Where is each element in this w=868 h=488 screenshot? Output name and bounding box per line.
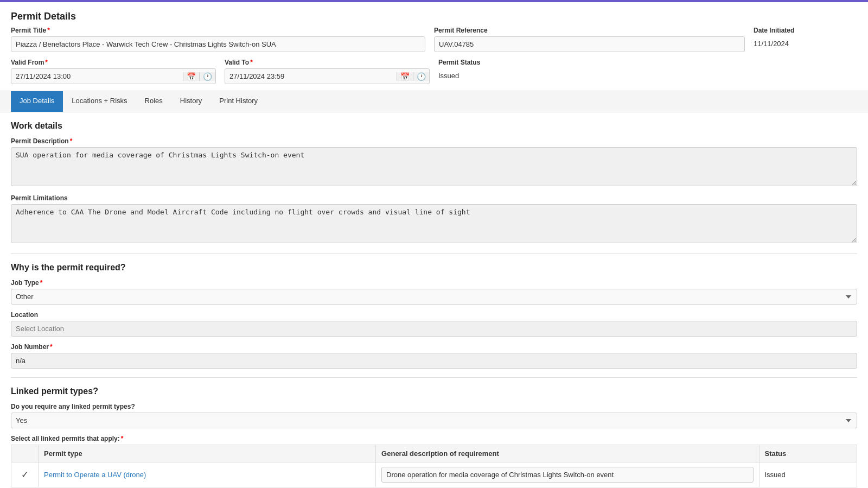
valid-to-input-wrapper: 📅 🕐 — [225, 68, 430, 84]
location-label: Location — [11, 311, 857, 319]
linked-permits-section-title: Linked permit types? — [11, 386, 857, 396]
valid-to-label: Valid To* — [225, 59, 430, 66]
section-divider-1 — [11, 253, 857, 254]
valid-to-calendar-icon[interactable]: 📅 — [397, 72, 413, 81]
table-row: ✓ Permit to Operate a UAV (drone) Issued — [11, 462, 857, 487]
permit-title-row: Permit Title* Permit Reference Date Init… — [11, 27, 857, 52]
col-header-description: General description of requirement — [376, 445, 759, 462]
row-description-input[interactable] — [381, 467, 753, 483]
linked-permits-table-body: ✓ Permit to Operate a UAV (drone) Issued — [11, 462, 857, 487]
page-container: Permit Details Permit Title* Permit Refe… — [0, 0, 868, 488]
content-area: Work details Permit Description* Permit … — [0, 112, 868, 488]
row-status-cell: Issued — [759, 462, 857, 487]
tabs-bar: Job Details Locations + Risks Roles Hist… — [0, 91, 868, 112]
tab-job-details[interactable]: Job Details — [11, 91, 63, 112]
select-linked-permits-label: Select all linked permits that apply:* — [11, 435, 857, 442]
permit-ref-group: Permit Reference — [434, 27, 745, 52]
select-linked-permits-group: Select all linked permits that apply:* P… — [11, 435, 857, 487]
job-type-group: Job Type* Other Maintenance Inspection S… — [11, 279, 857, 305]
valid-from-input[interactable] — [11, 69, 183, 84]
valid-to-group: Valid To* 📅 🕐 — [225, 59, 430, 84]
header-form-section: Permit Title* Permit Reference Date Init… — [0, 27, 868, 84]
linked-permit-question-select[interactable]: Yes No — [11, 413, 857, 428]
job-number-group: Job Number* — [11, 343, 857, 369]
row-permit-type-cell: Permit to Operate a UAV (drone) — [39, 462, 376, 487]
permit-title-label: Permit Title* — [11, 27, 425, 34]
valid-to-clock-icon[interactable]: 🕐 — [413, 72, 429, 81]
valid-to-input[interactable] — [225, 69, 397, 84]
valid-from-group: Valid From* 📅 🕐 — [11, 59, 216, 84]
tab-roles[interactable]: Roles — [136, 91, 171, 112]
permit-description-textarea[interactable] — [11, 147, 857, 186]
permit-description-wrapper — [11, 147, 857, 188]
job-number-input[interactable] — [11, 353, 857, 369]
work-details-section-title: Work details — [11, 121, 857, 131]
row-check-cell: ✓ — [11, 462, 39, 487]
permit-status-group: Permit Status Issued — [438, 59, 602, 83]
valid-from-label: Valid From* — [11, 59, 216, 66]
permit-type-link[interactable]: Permit to Operate a UAV (drone) — [44, 471, 146, 479]
permit-description-group: Permit Description* — [11, 137, 857, 188]
tab-locations-risks[interactable]: Locations + Risks — [63, 91, 136, 112]
linked-permits-table: Permit type General description of requi… — [11, 445, 857, 487]
date-initiated-label: Date Initiated — [754, 27, 857, 34]
permit-limitations-group: Permit Limitations — [11, 194, 857, 245]
valid-from-calendar-icon[interactable]: 📅 — [183, 72, 199, 81]
tab-print-history[interactable]: Print History — [210, 91, 266, 112]
linked-permit-question-group: Do you require any linked permit types? … — [11, 403, 857, 428]
permit-limitations-wrapper — [11, 204, 857, 245]
job-number-label: Job Number* — [11, 343, 857, 351]
permit-description-label: Permit Description* — [11, 137, 857, 145]
job-type-select[interactable]: Other Maintenance Inspection Survey Emer… — [11, 289, 857, 305]
job-type-label: Job Type* — [11, 279, 857, 287]
linked-permits-table-header-row: Permit type General description of requi… — [11, 445, 857, 462]
col-header-check — [11, 445, 39, 462]
row-description-cell — [376, 462, 759, 487]
col-header-permit-type: Permit type — [39, 445, 376, 462]
permit-status-label: Permit Status — [438, 59, 602, 66]
why-required-section-title: Why is the permit required? — [11, 263, 857, 272]
date-initiated-value: 11/11/2024 — [754, 36, 857, 51]
valid-from-clock-icon[interactable]: 🕐 — [199, 72, 215, 81]
permit-ref-input[interactable] — [434, 36, 745, 52]
section-divider-2 — [11, 377, 857, 378]
permit-ref-label: Permit Reference — [434, 27, 745, 34]
date-initiated-group: Date Initiated 11/11/2024 — [754, 27, 857, 51]
tab-history[interactable]: History — [171, 91, 210, 112]
validity-row: Valid From* 📅 🕐 Valid To* 📅 🕐 — [11, 59, 857, 84]
col-header-status: Status — [759, 445, 857, 462]
permit-status-value: Issued — [438, 68, 602, 83]
location-input[interactable] — [11, 321, 857, 337]
permit-title-input[interactable] — [11, 36, 425, 52]
page-title: Permit Details — [0, 2, 868, 27]
linked-permit-question-label: Do you require any linked permit types? — [11, 403, 857, 410]
permit-limitations-label: Permit Limitations — [11, 194, 857, 202]
permit-title-group: Permit Title* — [11, 27, 425, 52]
valid-from-input-wrapper: 📅 🕐 — [11, 68, 216, 84]
location-group: Location — [11, 311, 857, 337]
linked-permits-table-head: Permit type General description of requi… — [11, 445, 857, 462]
permit-limitations-textarea[interactable] — [11, 204, 857, 243]
